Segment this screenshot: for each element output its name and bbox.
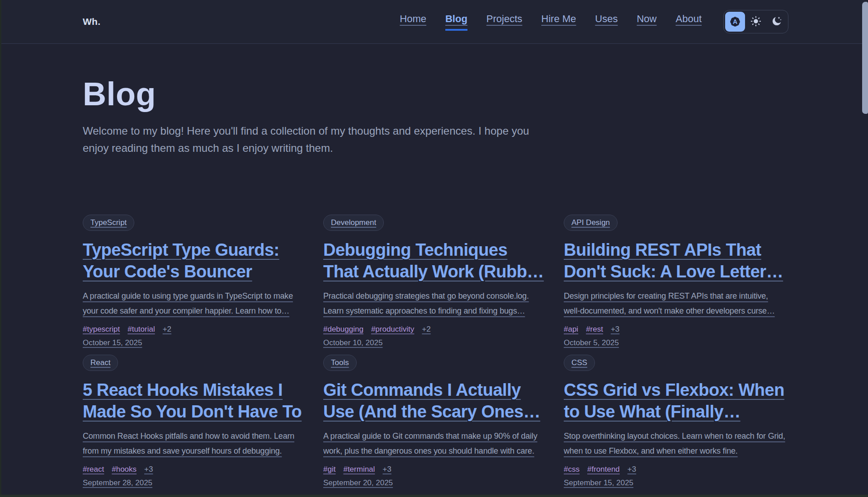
post-category-badge[interactable]: React <box>83 355 118 371</box>
post-category-badge[interactable]: API Design <box>564 215 618 231</box>
post-card: API Design Building REST APIs That Don't… <box>564 215 785 347</box>
post-category-badge[interactable]: TypeScript <box>83 215 134 231</box>
post-tag[interactable]: #terminal <box>343 464 375 474</box>
post-more-tags[interactable]: +3 <box>611 324 619 334</box>
post-category-badge[interactable]: Development <box>323 215 384 231</box>
post-description[interactable]: A practical guide to Git commands that m… <box>323 429 545 459</box>
window-edge-left <box>0 0 1 497</box>
main-content: Blog Welcome to my blog! Here you'll fin… <box>0 77 868 497</box>
nav-link-projects[interactable]: Projects <box>486 13 522 31</box>
post-more-tags[interactable]: +3 <box>627 464 636 474</box>
post-description[interactable]: Practical debugging strategies that go b… <box>323 289 545 319</box>
post-card: Development Debugging Techniques That Ac… <box>323 215 545 347</box>
post-tags: #debugging#productivity+2 <box>323 324 545 334</box>
auto-badge-letter: A <box>729 16 741 28</box>
post-title[interactable]: Building REST APIs That Don't Suck: A Lo… <box>564 239 785 282</box>
post-title[interactable]: Debugging Techniques That Actually Work … <box>323 239 545 282</box>
nav-link-now[interactable]: Now <box>637 13 656 31</box>
theme-toggle: A <box>723 10 788 33</box>
post-tags: #git#terminal+3 <box>323 464 545 474</box>
window-edge-bottom <box>0 495 868 497</box>
page-title: Blog <box>83 77 785 111</box>
post-card: React 5 React Hooks Mistakes I Made So Y… <box>83 355 304 488</box>
post-tag[interactable]: #debugging <box>323 324 363 334</box>
nav-link-hire-me[interactable]: Hire Me <box>541 13 576 31</box>
post-title[interactable]: Git Commands I Actually Use (And the Sca… <box>323 379 545 422</box>
post-tag[interactable]: #typescript <box>83 324 120 334</box>
post-category-badge[interactable]: Tools <box>323 355 357 371</box>
post-tag[interactable]: #hooks <box>112 464 137 474</box>
theme-light-button[interactable] <box>746 12 766 32</box>
post-tag[interactable]: #css <box>564 464 580 474</box>
post-tags: #css#frontend+3 <box>564 464 785 474</box>
post-title[interactable]: 5 React Hooks Mistakes I Made So You Don… <box>83 379 304 422</box>
post-date[interactable]: October 10, 2025 <box>323 338 382 347</box>
post-tag[interactable]: #frontend <box>587 464 620 474</box>
nav-links: HomeBlogProjectsHire MeUsesNowAbout <box>400 13 702 31</box>
post-tags: #react#hooks+3 <box>83 464 304 474</box>
post-more-tags[interactable]: +2 <box>422 324 430 334</box>
post-tags: #typescript#tutorial+2 <box>83 324 304 334</box>
post-date[interactable]: September 20, 2025 <box>323 478 393 488</box>
auto-theme-icon: A <box>729 16 741 28</box>
nav-link-home[interactable]: Home <box>400 13 426 31</box>
post-card: Tools Git Commands I Actually Use (And t… <box>323 355 545 488</box>
post-more-tags[interactable]: +2 <box>163 324 171 334</box>
post-date[interactable]: September 28, 2025 <box>83 478 152 488</box>
post-more-tags[interactable]: +3 <box>382 464 391 474</box>
moon-icon <box>771 15 783 28</box>
post-card: CSS CSS Grid vs Flexbox: When to Use Wha… <box>564 355 785 488</box>
post-card: TypeScript TypeScript Type Guards: Your … <box>83 215 304 347</box>
post-description[interactable]: A practical guide to using type guards i… <box>83 289 304 319</box>
post-title[interactable]: TypeScript Type Guards: Your Code's Boun… <box>83 239 304 282</box>
post-title[interactable]: CSS Grid vs Flexbox: When to Use What (F… <box>564 379 785 422</box>
post-tag[interactable]: #api <box>564 324 578 334</box>
post-description[interactable]: Stop overthinking layout choices. Learn … <box>564 429 785 459</box>
post-description[interactable]: Design principles for creating REST APIs… <box>564 289 785 319</box>
post-date[interactable]: October 15, 2025 <box>83 338 142 347</box>
nav-link-uses[interactable]: Uses <box>595 13 618 31</box>
posts-grid: TypeScript TypeScript Type Guards: Your … <box>83 215 785 497</box>
post-date[interactable]: October 5, 2025 <box>564 338 619 347</box>
post-tag[interactable]: #productivity <box>371 324 414 334</box>
post-tag[interactable]: #tutorial <box>127 324 155 334</box>
nav-link-blog[interactable]: Blog <box>445 13 467 31</box>
site-logo[interactable]: Wh. <box>83 16 100 27</box>
nav-link-about[interactable]: About <box>676 13 702 31</box>
post-category-badge[interactable]: CSS <box>564 355 595 371</box>
theme-auto-button[interactable]: A <box>725 12 745 32</box>
post-tag[interactable]: #react <box>83 464 104 474</box>
post-description[interactable]: Common React Hooks pitfalls and how to a… <box>83 429 304 459</box>
post-tags: #api#rest+3 <box>564 324 785 334</box>
post-date[interactable]: September 15, 2025 <box>564 478 633 488</box>
theme-dark-button[interactable] <box>767 12 787 32</box>
sun-icon <box>750 15 762 28</box>
post-tag[interactable]: #git <box>323 464 335 474</box>
post-tag[interactable]: #rest <box>586 324 603 334</box>
intro-text: Welcome to my blog! Here you'll find a c… <box>83 122 555 157</box>
top-navbar: Wh. HomeBlogProjectsHire MeUsesNowAbout … <box>0 0 868 44</box>
scrollbar-thumb[interactable] <box>862 2 868 114</box>
post-more-tags[interactable]: +3 <box>144 464 153 474</box>
